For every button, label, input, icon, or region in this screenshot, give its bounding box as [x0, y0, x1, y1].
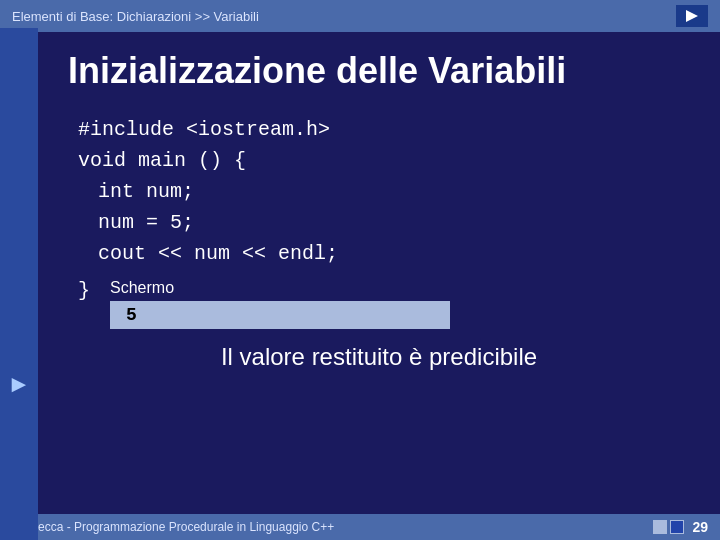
code-line-4: num = 5; — [98, 207, 690, 238]
slide-title: Inizializzazione delle Variabili — [68, 50, 690, 92]
svg-marker-0 — [686, 10, 698, 22]
page-number: 29 — [692, 519, 708, 535]
screen-box: Schermo 5 — [110, 279, 450, 329]
code-line-2: void main () { — [78, 145, 690, 176]
left-stripe: ► — [0, 28, 38, 540]
nav-forward-button[interactable] — [676, 5, 708, 27]
code-line-1: #include <iostream.h> — [78, 114, 690, 145]
author-label: G. Mecca - Programmazione Procedurale in… — [12, 520, 334, 534]
main-content: Inizializzazione delle Variabili #includ… — [38, 32, 720, 514]
closing-brace: } — [78, 279, 90, 302]
bottom-right: 29 — [653, 519, 708, 535]
bottom-bar: G. Mecca - Programmazione Procedurale in… — [0, 514, 720, 540]
code-block: #include <iostream.h> void main () { int… — [78, 114, 690, 269]
nav-squares — [653, 520, 684, 534]
code-line-5: cout << num << endl; — [98, 238, 690, 269]
slide: Elementi di Base: Dichiarazioni >> Varia… — [0, 0, 720, 540]
header-bar: Elementi di Base: Dichiarazioni >> Varia… — [0, 0, 720, 32]
nav-square-2[interactable] — [670, 520, 684, 534]
screen-label: Schermo — [110, 279, 174, 297]
code-line-3: int num; — [98, 176, 690, 207]
subtitle: Il valore restituito è predicibile — [68, 343, 690, 371]
nav-square-1[interactable] — [653, 520, 667, 534]
play-arrow-icon: ► — [7, 370, 31, 398]
screen-output: 5 — [110, 301, 450, 329]
breadcrumb: Elementi di Base: Dichiarazioni >> Varia… — [12, 9, 259, 24]
output-section: } Schermo 5 — [78, 279, 690, 329]
